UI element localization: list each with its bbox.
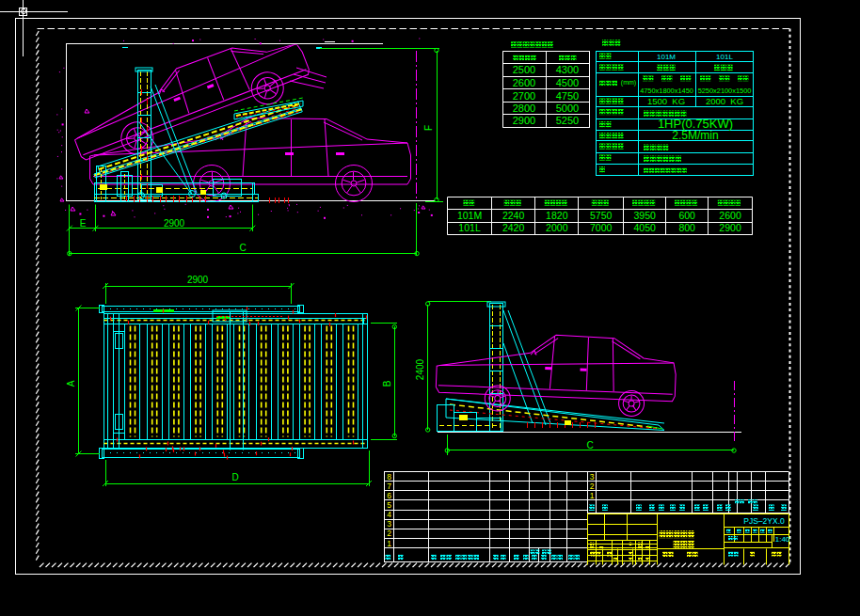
svg-text:101M: 101M: [657, 53, 676, 61]
svg-text:7: 7: [387, 482, 391, 491]
svg-text:2: 2: [590, 482, 595, 491]
svg-text:F: F: [423, 125, 434, 131]
svg-text:101L: 101L: [716, 53, 733, 61]
svg-text:2900: 2900: [719, 222, 741, 233]
svg-text:(mm): (mm): [621, 79, 636, 87]
svg-text:2.5M/min: 2.5M/min: [672, 129, 718, 142]
svg-text:101L: 101L: [458, 222, 481, 233]
svg-text:800: 800: [678, 222, 695, 233]
svg-text:1820: 1820: [546, 210, 568, 221]
svg-text:3: 3: [387, 519, 391, 529]
svg-text:5750: 5750: [590, 210, 613, 221]
svg-text:2400: 2400: [415, 358, 425, 380]
svg-text:2240: 2240: [502, 210, 525, 221]
svg-text:1:40: 1:40: [775, 535, 790, 544]
svg-text:4050: 4050: [634, 222, 657, 233]
svg-text:5250x2100x1500: 5250x2100x1500: [698, 87, 752, 95]
svg-text:2420: 2420: [502, 222, 525, 233]
svg-text:600: 600: [678, 210, 695, 221]
svg-text:C: C: [586, 440, 593, 450]
svg-text:2600: 2600: [719, 210, 741, 221]
svg-text:4300: 4300: [556, 64, 579, 75]
svg-text:8: 8: [387, 472, 391, 482]
svg-text:B: B: [382, 380, 392, 387]
svg-text:PJS–2YX.0: PJS–2YX.0: [743, 516, 785, 526]
svg-text:1: 1: [387, 539, 391, 548]
svg-text:4750x1800x1450: 4750x1800x1450: [640, 87, 693, 95]
svg-text:2: 2: [387, 529, 391, 538]
svg-text:2900: 2900: [187, 275, 209, 285]
svg-text:D: D: [231, 472, 238, 482]
svg-text:3: 3: [590, 472, 595, 482]
svg-text:5: 5: [387, 500, 391, 510]
svg-text:6: 6: [387, 491, 391, 500]
svg-text:4750: 4750: [556, 90, 579, 102]
svg-text:C: C: [239, 243, 246, 253]
svg-text:2700: 2700: [513, 90, 535, 102]
svg-text:A: A: [66, 380, 76, 387]
svg-text:2000 KG: 2000 KG: [706, 96, 743, 106]
svg-text:5000: 5000: [556, 103, 579, 114]
svg-text:E: E: [80, 218, 87, 229]
svg-text:1: 1: [590, 491, 595, 500]
svg-text:5250: 5250: [556, 115, 579, 126]
svg-text:7000: 7000: [590, 222, 613, 233]
svg-text:2000: 2000: [546, 222, 568, 233]
svg-text:2500: 2500: [513, 64, 535, 75]
svg-text:2900: 2900: [513, 115, 535, 126]
svg-text:2600: 2600: [513, 77, 535, 88]
svg-text:4: 4: [387, 510, 391, 519]
svg-text:1500 KG: 1500 KG: [647, 96, 685, 106]
svg-text:101M: 101M: [457, 210, 482, 221]
svg-text:3950: 3950: [634, 210, 657, 221]
svg-text:2800: 2800: [513, 103, 535, 114]
svg-text:2900: 2900: [164, 218, 185, 229]
svg-text:4500: 4500: [556, 77, 579, 88]
